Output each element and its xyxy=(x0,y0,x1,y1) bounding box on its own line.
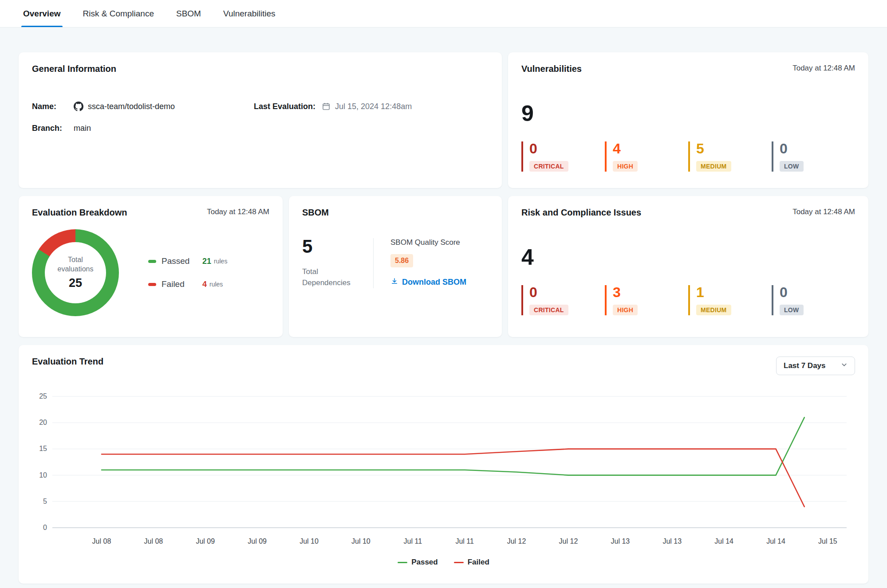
vulnerabilities-timestamp: Today at 12:48 AM xyxy=(792,64,855,73)
vertical-divider xyxy=(373,238,374,288)
y-axis-tick: 25 xyxy=(39,392,47,400)
general-information-title: General Information xyxy=(32,64,116,74)
legend-passed-row: Passed 21 rules xyxy=(148,256,227,266)
branch-value: main xyxy=(74,124,91,133)
dashboard-content: General Information Name: ssca-team/todo… xyxy=(0,27,887,584)
failed-count: 4 xyxy=(202,280,207,289)
repo-name-value: ssca-team/todolist-demo xyxy=(88,102,175,111)
failed-label: Failed xyxy=(162,279,202,289)
severity-critical-badge: CRITICAL xyxy=(529,161,568,172)
time-range-select[interactable]: Last 7 Days xyxy=(776,357,855,375)
risk-compliance-card: Risk and Compliance Issues Today at 12:4… xyxy=(508,196,868,337)
x-axis-tick: Jul 13 xyxy=(611,537,630,545)
severity-high: 3 HIGH xyxy=(605,285,688,315)
x-axis-tick: Jul 08 xyxy=(144,537,163,545)
x-axis-tick: Jul 09 xyxy=(196,537,215,545)
tab-overview-label: Overview xyxy=(23,9,61,19)
y-axis-tick: 5 xyxy=(43,498,47,506)
severity-critical: 0 CRITICAL xyxy=(521,285,605,315)
tab-overview[interactable]: Overview xyxy=(21,0,63,27)
tab-sbom[interactable]: SBOM xyxy=(174,0,203,27)
risk-compliance-timestamp: Today at 12:48 AM xyxy=(792,208,855,216)
x-axis-tick: Jul 15 xyxy=(818,537,837,545)
vulnerabilities-severity-row: 0 CRITICAL 4 HIGH 5 MEDIUM 0 LOW xyxy=(521,141,855,172)
evaluation-breakdown-title: Evaluation Breakdown xyxy=(32,208,127,218)
risk-compliance-total: 4 xyxy=(521,246,855,268)
passed-label: Passed xyxy=(162,256,202,266)
x-axis-tick: Jul 11 xyxy=(404,537,422,545)
severity-medium-badge: MEDIUM xyxy=(696,305,731,315)
x-axis-tick: Jul 10 xyxy=(300,537,319,545)
severity-critical-count: 0 xyxy=(529,141,605,156)
severity-low: 0 LOW xyxy=(772,141,855,172)
x-axis-tick: Jul 14 xyxy=(714,537,733,545)
y-axis-tick: 20 xyxy=(39,419,47,427)
sbom-quality-block: SBOM Quality Score 5.86 Download SBOM xyxy=(390,237,466,288)
legend-passed: Passed xyxy=(398,558,438,567)
evaluation-trend-title: Evaluation Trend xyxy=(32,357,103,367)
tab-vulnerabilities[interactable]: Vulnerabilities xyxy=(221,0,277,27)
legend-failed-label: Failed xyxy=(468,558,489,567)
failed-unit: rules xyxy=(209,281,223,288)
general-information-card: General Information Name: ssca-team/todo… xyxy=(19,52,502,188)
severity-critical-count: 0 xyxy=(529,285,605,299)
tab-risk-compliance[interactable]: Risk & Compliance xyxy=(81,0,156,27)
download-sbom-label: Download SBOM xyxy=(402,278,466,287)
sbom-quality-score-badge: 5.86 xyxy=(390,254,413,267)
passed-unit: rules xyxy=(214,258,227,265)
last-evaluation-value: Jul 15, 2024 12:48am xyxy=(335,102,412,111)
severity-low-badge: LOW xyxy=(780,161,804,172)
branch-label: Branch: xyxy=(32,124,69,133)
evaluation-breakdown-timestamp: Today at 12:48 AM xyxy=(207,208,269,216)
severity-medium-count: 5 xyxy=(696,141,772,156)
tab-risk-compliance-label: Risk & Compliance xyxy=(83,9,154,19)
sbom-quality-label: SBOM Quality Score xyxy=(390,238,466,247)
severity-low-badge: LOW xyxy=(780,305,804,315)
evaluation-breakdown-legend: Passed 21 rules Failed 4 rules xyxy=(148,256,227,289)
x-axis-tick: Jul 09 xyxy=(248,537,267,545)
last-evaluation-row: Last Evaluation: Jul 15, 2024 12:48am xyxy=(254,102,489,111)
evaluation-trend-card: Evaluation Trend Last 7 Days 0510152025 … xyxy=(19,345,868,584)
sbom-card: SBOM 5 Total Dependencies SBOM Quality S… xyxy=(289,196,502,337)
download-icon xyxy=(390,277,398,287)
x-axis-tick: Jul 10 xyxy=(351,537,371,545)
severity-critical: 0 CRITICAL xyxy=(521,141,605,172)
severity-medium: 5 MEDIUM xyxy=(688,141,772,172)
x-axis-tick: Jul 12 xyxy=(559,537,578,545)
severity-high: 4 HIGH xyxy=(605,141,688,172)
x-axis-tick: Jul 14 xyxy=(766,537,785,545)
severity-low-count: 0 xyxy=(780,141,855,156)
calendar-icon xyxy=(322,102,331,111)
x-axis-tick: Jul 13 xyxy=(662,537,682,545)
risk-compliance-title: Risk and Compliance Issues xyxy=(521,208,641,218)
donut-center-label: Total evaluations xyxy=(54,255,97,274)
tab-bar: Overview Risk & Compliance SBOM Vulnerab… xyxy=(0,0,887,27)
sbom-total-count: 5 xyxy=(302,237,373,256)
y-axis-tick: 10 xyxy=(39,471,47,479)
y-axis: 0510152025 xyxy=(32,393,52,531)
name-label: Name: xyxy=(32,102,69,111)
time-range-value: Last 7 Days xyxy=(784,361,826,370)
severity-critical-badge: CRITICAL xyxy=(529,305,568,315)
severity-medium-badge: MEDIUM xyxy=(696,161,731,172)
x-axis-tick: Jul 12 xyxy=(507,537,526,545)
repo-name-row: Name: ssca-team/todolist-demo xyxy=(32,102,254,111)
vulnerabilities-title: Vulnerabilities xyxy=(521,64,582,74)
trend-chart-legend: Passed Failed xyxy=(32,558,855,567)
trend-chart-svg xyxy=(52,393,847,531)
failed-marker-icon xyxy=(148,283,156,286)
chevron-down-icon xyxy=(841,361,848,370)
x-axis-tick: Jul 11 xyxy=(455,537,474,545)
severity-medium: 1 MEDIUM xyxy=(688,285,772,315)
severity-high-count: 4 xyxy=(613,141,688,156)
sbom-title: SBOM xyxy=(302,208,329,218)
severity-low: 0 LOW xyxy=(772,285,855,315)
vulnerabilities-card: Vulnerabilities Today at 12:48 AM 9 0 CR… xyxy=(508,52,868,188)
severity-high-badge: HIGH xyxy=(613,305,638,315)
evaluation-breakdown-card: Evaluation Breakdown Today at 12:48 AM T… xyxy=(19,196,283,337)
download-sbom-link[interactable]: Download SBOM xyxy=(390,277,466,287)
severity-medium-count: 1 xyxy=(696,285,772,299)
evaluations-donut-chart: Total evaluations 25 xyxy=(32,229,119,316)
severity-low-count: 0 xyxy=(780,285,855,299)
github-icon xyxy=(74,102,83,111)
